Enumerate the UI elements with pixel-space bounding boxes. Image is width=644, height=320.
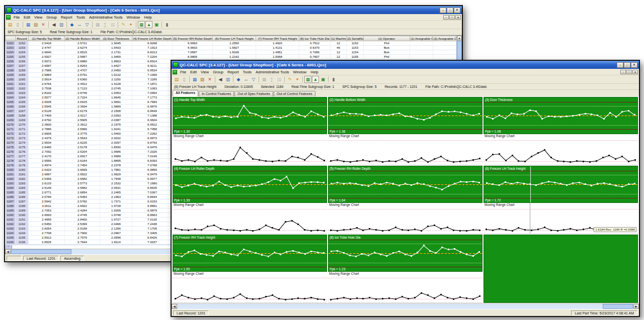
data-point[interactable] xyxy=(579,114,580,116)
key-icon[interactable]: ▮ xyxy=(330,76,337,83)
data-point[interactable] xyxy=(529,110,531,111)
xbar-chart[interactable]: (6) Freezer LH Track HeightPpk = 1.72 xyxy=(484,166,638,203)
data-point[interactable] xyxy=(499,228,500,230)
data-point[interactable] xyxy=(369,297,370,298)
data-point[interactable] xyxy=(441,111,443,112)
cell[interactable]: 7.3405 xyxy=(132,231,173,236)
data-point[interactable] xyxy=(572,115,574,117)
data-point[interactable] xyxy=(349,255,351,256)
data-point[interactable] xyxy=(272,294,273,296)
cell[interactable]: 1.8114 xyxy=(100,240,132,245)
cell[interactable]: 3.0011 xyxy=(29,204,65,208)
column-header[interactable] xyxy=(6,36,16,41)
data-point[interactable] xyxy=(460,251,461,253)
menu-tools[interactable]: Tools xyxy=(74,15,88,20)
data-point[interactable] xyxy=(181,256,183,257)
cell[interactable]: 2.5791 xyxy=(65,73,100,77)
cell[interactable]: 1.9128 xyxy=(100,82,132,86)
data-point[interactable] xyxy=(212,255,214,257)
cell[interactable]: 2.0967 xyxy=(100,231,132,236)
cell[interactable]: 2.8525 xyxy=(29,240,65,245)
data-point[interactable] xyxy=(317,181,318,183)
row-number-cell[interactable]: 1170 xyxy=(6,123,16,127)
data-point[interactable] xyxy=(550,230,552,231)
cell[interactable]: 2.7053 xyxy=(29,208,65,213)
child-restore-button[interactable]: □ xyxy=(449,15,455,20)
cell[interactable]: 1153 xyxy=(347,46,364,50)
cell[interactable]: 2.4379 xyxy=(29,136,65,141)
data-point[interactable] xyxy=(233,230,234,231)
cell[interactable]: 2.6693 xyxy=(29,213,65,218)
data-point[interactable] xyxy=(621,111,623,113)
data-point[interactable] xyxy=(297,224,299,225)
record-cell[interactable]: 1184 xyxy=(16,186,29,190)
data-point[interactable] xyxy=(362,230,364,231)
monitor-icon[interactable]: ▣ xyxy=(319,76,327,83)
data-point[interactable] xyxy=(310,181,312,183)
cut-icon[interactable]: ✕ xyxy=(206,76,213,83)
cell[interactable]: 2.0466 xyxy=(100,222,132,227)
data-point[interactable] xyxy=(249,112,251,114)
record-cell[interactable]: 1172 xyxy=(16,132,29,136)
record-cell[interactable]: 1178 xyxy=(16,159,29,163)
scroll-right-icon[interactable]: ▶ xyxy=(633,304,639,309)
data-point[interactable] xyxy=(392,183,394,184)
data-point[interactable] xyxy=(395,161,396,162)
data-point[interactable] xyxy=(369,228,370,230)
data-point[interactable] xyxy=(249,251,251,252)
row-number-cell[interactable]: 1178 xyxy=(6,159,16,163)
cell[interactable]: 7.1705 xyxy=(132,227,173,231)
row-number-cell[interactable]: 1153 xyxy=(6,46,16,50)
data-point[interactable] xyxy=(265,296,267,297)
cell[interactable]: 2.5556 xyxy=(29,159,65,163)
data-point[interactable] xyxy=(597,115,598,116)
xbar-chart[interactable]: (8) Ice Tube Hole DiaPpk = 1.23 xyxy=(328,235,482,272)
cell[interactable]: 2.5204 xyxy=(65,150,100,154)
row-number-cell[interactable]: 1156 xyxy=(6,59,16,64)
cell[interactable]: 2.6880 xyxy=(65,59,100,64)
cell[interactable]: 2.1532 xyxy=(100,181,132,186)
menu-administrative-tools[interactable]: Administrative Tools xyxy=(87,15,125,20)
cell[interactable]: 1152 xyxy=(347,41,364,46)
monitor-icon[interactable]: ▣ xyxy=(153,21,160,28)
record-cell[interactable]: 1182 xyxy=(16,177,29,181)
data-point[interactable] xyxy=(361,184,363,186)
maximize-button[interactable]: □ xyxy=(447,8,453,13)
data-point[interactable] xyxy=(194,183,195,184)
record-cell[interactable]: 1176 xyxy=(16,150,29,154)
table-row[interactable]: 115211522.54182.57211.90456.92686.99931.… xyxy=(6,41,456,46)
data-point[interactable] xyxy=(331,251,332,252)
data-point[interactable] xyxy=(278,229,280,231)
data-point[interactable] xyxy=(261,117,263,118)
cell[interactable]: 6.9153 xyxy=(132,199,173,204)
data-point[interactable] xyxy=(537,229,539,230)
data-point[interactable] xyxy=(554,182,555,183)
data-point[interactable] xyxy=(200,253,201,255)
data-point[interactable] xyxy=(374,115,375,116)
grid-icon[interactable]: ▦ xyxy=(94,21,101,28)
data-point[interactable] xyxy=(566,184,568,186)
data-point[interactable] xyxy=(350,298,351,300)
cell[interactable]: 7.0367 xyxy=(132,190,173,195)
data-point[interactable] xyxy=(243,249,245,250)
row-number-cell[interactable]: 1162 xyxy=(6,86,16,91)
cell[interactable]: 2.8263 xyxy=(65,64,100,68)
data-point[interactable] xyxy=(537,152,539,154)
cell[interactable]: 1.9728 xyxy=(100,204,132,208)
record-cell[interactable]: 1174 xyxy=(16,141,29,145)
data-point[interactable] xyxy=(492,183,494,185)
cell[interactable]: 6.8644 xyxy=(132,195,173,199)
wrench-icon[interactable]: ✦ xyxy=(294,76,301,83)
cell[interactable]: 2.7123 xyxy=(65,86,100,91)
data-point[interactable] xyxy=(188,185,189,186)
first-record-icon[interactable]: ◀ xyxy=(50,21,57,28)
cell[interactable]: 2.7409 xyxy=(29,114,65,118)
row-number-cell[interactable]: 1192 xyxy=(6,222,16,227)
data-point[interactable] xyxy=(207,160,208,162)
data-point[interactable] xyxy=(512,155,513,156)
cell[interactable]: 6.9479 xyxy=(132,172,173,177)
data-point[interactable] xyxy=(194,298,196,300)
data-point[interactable] xyxy=(310,111,312,112)
row-number-cell[interactable]: 1183 xyxy=(6,181,16,186)
data-point[interactable] xyxy=(492,154,494,155)
